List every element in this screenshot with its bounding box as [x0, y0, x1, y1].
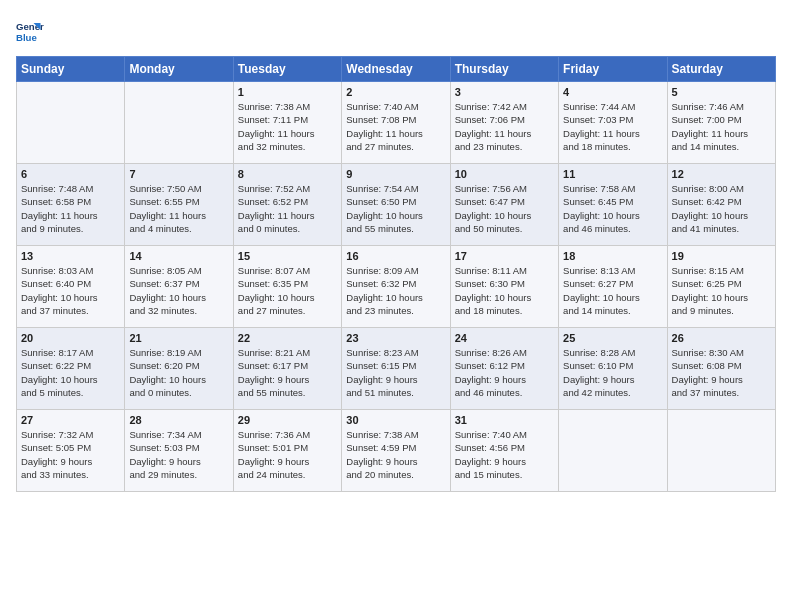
calendar-cell: 6Sunrise: 7:48 AM Sunset: 6:58 PM Daylig…	[17, 164, 125, 246]
calendar-cell: 1Sunrise: 7:38 AM Sunset: 7:11 PM Daylig…	[233, 82, 341, 164]
weekday-header: Monday	[125, 57, 233, 82]
day-number: 30	[346, 414, 445, 426]
day-number: 16	[346, 250, 445, 262]
day-number: 15	[238, 250, 337, 262]
day-info: Sunrise: 8:17 AM Sunset: 6:22 PM Dayligh…	[21, 346, 120, 399]
day-number: 23	[346, 332, 445, 344]
logo-icon: General Blue	[16, 16, 44, 44]
calendar-cell: 24Sunrise: 8:26 AM Sunset: 6:12 PM Dayli…	[450, 328, 558, 410]
calendar-cell: 2Sunrise: 7:40 AM Sunset: 7:08 PM Daylig…	[342, 82, 450, 164]
weekday-header: Thursday	[450, 57, 558, 82]
calendar-cell: 21Sunrise: 8:19 AM Sunset: 6:20 PM Dayli…	[125, 328, 233, 410]
day-number: 14	[129, 250, 228, 262]
day-number: 2	[346, 86, 445, 98]
day-number: 19	[672, 250, 771, 262]
calendar-cell: 22Sunrise: 8:21 AM Sunset: 6:17 PM Dayli…	[233, 328, 341, 410]
calendar-cell	[17, 82, 125, 164]
day-info: Sunrise: 8:09 AM Sunset: 6:32 PM Dayligh…	[346, 264, 445, 317]
day-info: Sunrise: 8:05 AM Sunset: 6:37 PM Dayligh…	[129, 264, 228, 317]
day-number: 9	[346, 168, 445, 180]
logo: General Blue	[16, 16, 48, 44]
day-number: 26	[672, 332, 771, 344]
day-number: 22	[238, 332, 337, 344]
day-info: Sunrise: 8:15 AM Sunset: 6:25 PM Dayligh…	[672, 264, 771, 317]
calendar-cell: 18Sunrise: 8:13 AM Sunset: 6:27 PM Dayli…	[559, 246, 667, 328]
calendar-cell: 5Sunrise: 7:46 AM Sunset: 7:00 PM Daylig…	[667, 82, 775, 164]
day-info: Sunrise: 8:07 AM Sunset: 6:35 PM Dayligh…	[238, 264, 337, 317]
calendar-cell: 28Sunrise: 7:34 AM Sunset: 5:03 PM Dayli…	[125, 410, 233, 492]
weekday-header: Sunday	[17, 57, 125, 82]
weekday-header: Tuesday	[233, 57, 341, 82]
day-info: Sunrise: 8:00 AM Sunset: 6:42 PM Dayligh…	[672, 182, 771, 235]
calendar-cell: 11Sunrise: 7:58 AM Sunset: 6:45 PM Dayli…	[559, 164, 667, 246]
calendar-cell: 16Sunrise: 8:09 AM Sunset: 6:32 PM Dayli…	[342, 246, 450, 328]
page-header: General Blue	[16, 16, 776, 44]
svg-text:Blue: Blue	[16, 32, 37, 43]
calendar-cell: 30Sunrise: 7:38 AM Sunset: 4:59 PM Dayli…	[342, 410, 450, 492]
calendar-cell: 4Sunrise: 7:44 AM Sunset: 7:03 PM Daylig…	[559, 82, 667, 164]
day-number: 17	[455, 250, 554, 262]
day-info: Sunrise: 7:40 AM Sunset: 4:56 PM Dayligh…	[455, 428, 554, 481]
day-info: Sunrise: 7:46 AM Sunset: 7:00 PM Dayligh…	[672, 100, 771, 153]
calendar-cell: 31Sunrise: 7:40 AM Sunset: 4:56 PM Dayli…	[450, 410, 558, 492]
day-info: Sunrise: 7:48 AM Sunset: 6:58 PM Dayligh…	[21, 182, 120, 235]
calendar-cell: 14Sunrise: 8:05 AM Sunset: 6:37 PM Dayli…	[125, 246, 233, 328]
weekday-header: Friday	[559, 57, 667, 82]
day-info: Sunrise: 8:13 AM Sunset: 6:27 PM Dayligh…	[563, 264, 662, 317]
calendar-cell: 26Sunrise: 8:30 AM Sunset: 6:08 PM Dayli…	[667, 328, 775, 410]
day-info: Sunrise: 7:34 AM Sunset: 5:03 PM Dayligh…	[129, 428, 228, 481]
calendar-cell	[559, 410, 667, 492]
calendar-cell: 25Sunrise: 8:28 AM Sunset: 6:10 PM Dayli…	[559, 328, 667, 410]
calendar-cell: 13Sunrise: 8:03 AM Sunset: 6:40 PM Dayli…	[17, 246, 125, 328]
calendar-cell: 8Sunrise: 7:52 AM Sunset: 6:52 PM Daylig…	[233, 164, 341, 246]
day-info: Sunrise: 7:40 AM Sunset: 7:08 PM Dayligh…	[346, 100, 445, 153]
day-number: 13	[21, 250, 120, 262]
day-info: Sunrise: 8:26 AM Sunset: 6:12 PM Dayligh…	[455, 346, 554, 399]
day-number: 12	[672, 168, 771, 180]
calendar-table: SundayMondayTuesdayWednesdayThursdayFrid…	[16, 56, 776, 492]
day-info: Sunrise: 8:03 AM Sunset: 6:40 PM Dayligh…	[21, 264, 120, 317]
day-info: Sunrise: 8:30 AM Sunset: 6:08 PM Dayligh…	[672, 346, 771, 399]
calendar-cell: 23Sunrise: 8:23 AM Sunset: 6:15 PM Dayli…	[342, 328, 450, 410]
day-number: 18	[563, 250, 662, 262]
day-info: Sunrise: 8:23 AM Sunset: 6:15 PM Dayligh…	[346, 346, 445, 399]
calendar-cell: 10Sunrise: 7:56 AM Sunset: 6:47 PM Dayli…	[450, 164, 558, 246]
day-number: 7	[129, 168, 228, 180]
day-info: Sunrise: 7:54 AM Sunset: 6:50 PM Dayligh…	[346, 182, 445, 235]
calendar-cell: 7Sunrise: 7:50 AM Sunset: 6:55 PM Daylig…	[125, 164, 233, 246]
day-number: 28	[129, 414, 228, 426]
calendar-cell	[667, 410, 775, 492]
calendar-cell: 15Sunrise: 8:07 AM Sunset: 6:35 PM Dayli…	[233, 246, 341, 328]
calendar-cell: 12Sunrise: 8:00 AM Sunset: 6:42 PM Dayli…	[667, 164, 775, 246]
day-number: 1	[238, 86, 337, 98]
day-info: Sunrise: 7:44 AM Sunset: 7:03 PM Dayligh…	[563, 100, 662, 153]
day-number: 31	[455, 414, 554, 426]
day-number: 21	[129, 332, 228, 344]
day-number: 25	[563, 332, 662, 344]
day-number: 3	[455, 86, 554, 98]
weekday-header: Saturday	[667, 57, 775, 82]
day-number: 11	[563, 168, 662, 180]
calendar-cell: 20Sunrise: 8:17 AM Sunset: 6:22 PM Dayli…	[17, 328, 125, 410]
calendar-cell: 19Sunrise: 8:15 AM Sunset: 6:25 PM Dayli…	[667, 246, 775, 328]
calendar-cell: 29Sunrise: 7:36 AM Sunset: 5:01 PM Dayli…	[233, 410, 341, 492]
day-info: Sunrise: 8:11 AM Sunset: 6:30 PM Dayligh…	[455, 264, 554, 317]
calendar-cell: 27Sunrise: 7:32 AM Sunset: 5:05 PM Dayli…	[17, 410, 125, 492]
day-number: 10	[455, 168, 554, 180]
day-info: Sunrise: 7:50 AM Sunset: 6:55 PM Dayligh…	[129, 182, 228, 235]
day-info: Sunrise: 8:19 AM Sunset: 6:20 PM Dayligh…	[129, 346, 228, 399]
day-info: Sunrise: 8:21 AM Sunset: 6:17 PM Dayligh…	[238, 346, 337, 399]
calendar-cell	[125, 82, 233, 164]
day-number: 27	[21, 414, 120, 426]
day-info: Sunrise: 7:36 AM Sunset: 5:01 PM Dayligh…	[238, 428, 337, 481]
day-info: Sunrise: 7:38 AM Sunset: 7:11 PM Dayligh…	[238, 100, 337, 153]
day-info: Sunrise: 7:42 AM Sunset: 7:06 PM Dayligh…	[455, 100, 554, 153]
weekday-header: Wednesday	[342, 57, 450, 82]
day-info: Sunrise: 7:32 AM Sunset: 5:05 PM Dayligh…	[21, 428, 120, 481]
day-number: 29	[238, 414, 337, 426]
day-info: Sunrise: 7:58 AM Sunset: 6:45 PM Dayligh…	[563, 182, 662, 235]
day-info: Sunrise: 8:28 AM Sunset: 6:10 PM Dayligh…	[563, 346, 662, 399]
day-number: 4	[563, 86, 662, 98]
day-number: 20	[21, 332, 120, 344]
day-number: 24	[455, 332, 554, 344]
